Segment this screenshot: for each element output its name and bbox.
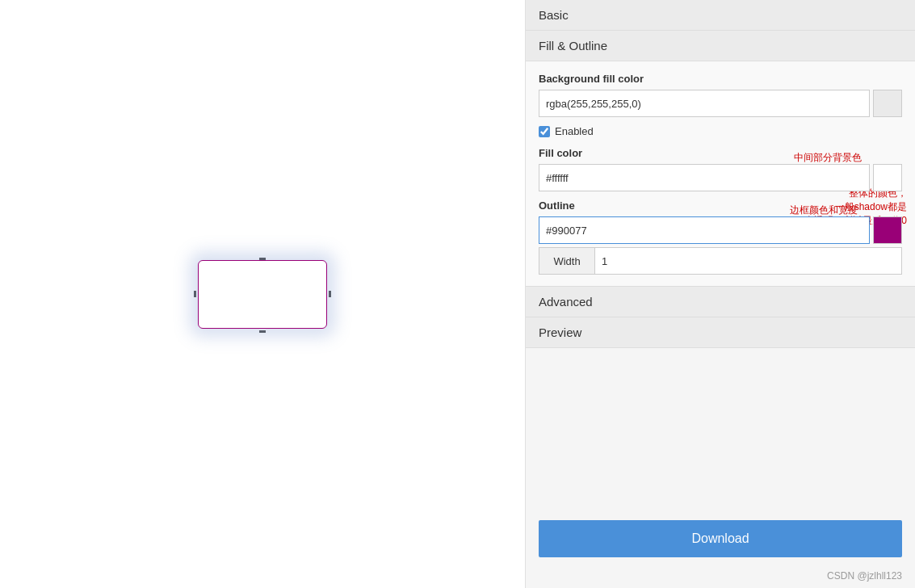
preview-section-label: Preview xyxy=(539,326,581,339)
bg-fill-label: Background fill color xyxy=(539,73,902,85)
enabled-checkbox[interactable] xyxy=(539,126,550,137)
preview-section-header[interactable]: Preview xyxy=(526,317,915,348)
fill-color-row: 中间部分背景色 xyxy=(539,164,902,191)
fill-outline-content: Background fill color 整体的颜色， 一般shadow都是 … xyxy=(526,61,915,287)
outline-color-input[interactable] xyxy=(539,216,870,244)
shape-container xyxy=(194,256,331,333)
fill-outline-section-header[interactable]: Fill & Outline xyxy=(526,31,915,61)
advanced-section-label: Advanced xyxy=(539,295,593,309)
annotation-fill-color: 中间部分背景色 xyxy=(794,151,862,165)
handle-bottom[interactable] xyxy=(259,330,266,333)
outline-color-row: 边框颜色和宽度 xyxy=(539,216,902,244)
download-section: Download xyxy=(526,510,915,567)
width-label: Width xyxy=(539,247,595,275)
shape-box xyxy=(198,260,327,329)
footer-text: CSDN @jzlhll123 xyxy=(827,570,902,582)
basic-section-header[interactable]: Basic xyxy=(526,0,915,31)
fill-color-swatch[interactable] xyxy=(873,164,902,191)
basic-section-label: Basic xyxy=(539,8,569,22)
enabled-label[interactable]: Enabled xyxy=(555,125,594,137)
preview-panel xyxy=(0,0,525,588)
footer: CSDN @jzlhll123 xyxy=(526,567,915,588)
bg-fill-input[interactable] xyxy=(539,90,870,117)
right-panel: Basic Fill & Outline Background fill col… xyxy=(525,0,915,588)
outline-width-row: Width xyxy=(539,247,902,275)
download-button[interactable]: Download xyxy=(539,520,902,557)
bg-fill-row xyxy=(539,90,902,117)
outline-color-swatch[interactable] xyxy=(873,216,902,244)
enabled-row: Enabled xyxy=(539,125,902,137)
fill-color-input[interactable] xyxy=(539,164,870,191)
handle-right[interactable] xyxy=(329,291,331,297)
advanced-section-header[interactable]: Advanced xyxy=(526,287,915,317)
fill-outline-section-label: Fill & Outline xyxy=(539,39,607,52)
annotation-outline: 边框颜色和宽度 xyxy=(790,204,858,217)
outline-width-input[interactable] xyxy=(595,247,902,275)
handle-left[interactable] xyxy=(194,291,196,297)
bg-fill-swatch[interactable] xyxy=(873,90,902,117)
